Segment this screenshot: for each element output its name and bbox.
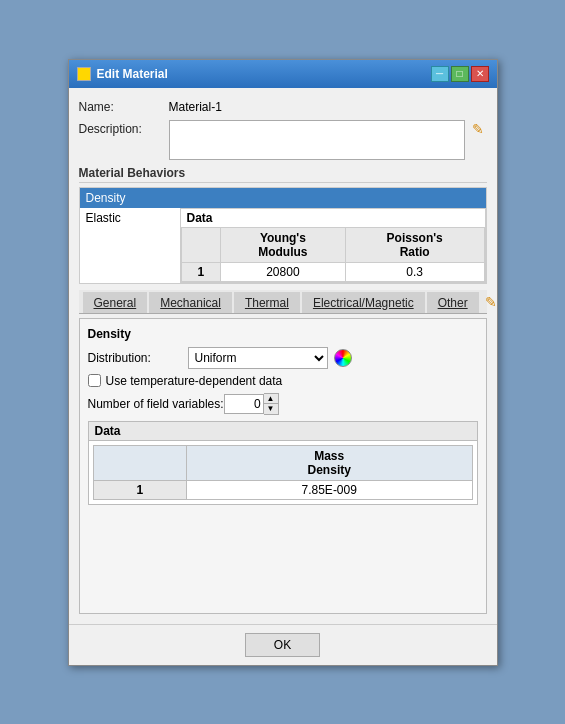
- field-vars-row: Number of field variables: 0 ▲ ▼: [88, 393, 478, 415]
- close-button[interactable]: ✕: [471, 66, 489, 82]
- density-col-num: [93, 445, 186, 480]
- density-section: Density Distribution: Uniform Analytical…: [79, 318, 487, 614]
- col-num: [181, 227, 220, 262]
- field-vars-label: Number of field variables:: [88, 397, 224, 411]
- description-label: Description:: [79, 120, 169, 136]
- tab-thermal[interactable]: Thermal: [234, 292, 300, 313]
- window-title: Edit Material: [97, 67, 168, 81]
- elastic-data-table: Young'sModulus Poisson'sRatio 1 20800 0.…: [181, 227, 485, 282]
- colorwheel-icon[interactable]: [334, 349, 352, 367]
- name-value: Material-1: [169, 98, 222, 114]
- tabs-edit-icon[interactable]: ✎: [481, 292, 501, 312]
- field-vars-input[interactable]: 0: [224, 394, 264, 414]
- tab-other[interactable]: Other: [427, 292, 479, 313]
- title-bar-controls: ─ □ ✕: [431, 66, 489, 82]
- behaviors-panel: Density Elastic Data Young'sModulus Pois…: [79, 187, 487, 284]
- tabs-bar: General Mechanical Thermal Electrical/Ma…: [79, 290, 487, 314]
- distribution-dropdown[interactable]: Uniform Analytical Field Discrete Field: [188, 347, 328, 369]
- spin-up-button[interactable]: ▲: [264, 394, 278, 404]
- col-poisson: Poisson'sRatio: [345, 227, 484, 262]
- distribution-label: Distribution:: [88, 351, 188, 365]
- density-value[interactable]: 7.85E-009: [186, 480, 472, 499]
- temp-dependent-checkbox[interactable]: [88, 374, 101, 387]
- density-col-mass: MassDensity: [186, 445, 472, 480]
- material-behaviors-header: Material Behaviors: [79, 166, 487, 183]
- distribution-row: Distribution: Uniform Analytical Field D…: [88, 347, 478, 369]
- behavior-density[interactable]: Density: [80, 188, 486, 208]
- elastic-data-header: Data: [181, 209, 485, 227]
- density-row-num: 1: [93, 480, 186, 499]
- description-input[interactable]: [169, 120, 465, 160]
- behavior-elastic-row: Elastic Data Young'sModulus Poisson'sRat…: [80, 208, 486, 283]
- tab-general[interactable]: General: [83, 292, 148, 313]
- density-data-section: Data MassDensity 1 7.85E-009: [88, 421, 478, 505]
- row-number: 1: [181, 262, 220, 281]
- temp-dependent-label: Use temperature-dependent data: [106, 374, 283, 388]
- youngs-value: 20800: [220, 262, 345, 281]
- minimize-button[interactable]: ─: [431, 66, 449, 82]
- title-bar-left: Edit Material: [77, 67, 168, 81]
- spin-down-button[interactable]: ▼: [264, 404, 278, 414]
- poisson-value: 0.3: [345, 262, 484, 281]
- field-vars-spinner: ▲ ▼: [264, 393, 279, 415]
- name-label: Name:: [79, 98, 169, 114]
- name-field-row: Name: Material-1: [79, 98, 487, 114]
- description-field-row: Description: ✎: [79, 120, 487, 160]
- density-data-header: Data: [89, 422, 477, 441]
- title-bar: Edit Material ─ □ ✕: [69, 60, 497, 88]
- density-data-inner: MassDensity 1 7.85E-009: [89, 441, 477, 504]
- behavior-elastic[interactable]: Elastic: [80, 208, 180, 228]
- density-data-table: MassDensity 1 7.85E-009: [93, 445, 473, 500]
- tab-mechanical[interactable]: Mechanical: [149, 292, 232, 313]
- maximize-button[interactable]: □: [451, 66, 469, 82]
- col-youngs: Young'sModulus: [220, 227, 345, 262]
- edit-material-window: Edit Material ─ □ ✕ Name: Material-1 Des…: [68, 59, 498, 666]
- ok-button[interactable]: OK: [245, 633, 320, 657]
- dialog-content: Name: Material-1 Description: ✎ Material…: [69, 88, 497, 624]
- density-panel-title: Density: [88, 327, 478, 341]
- table-row: 1 20800 0.3: [181, 262, 484, 281]
- distribution-wrapper: Uniform Analytical Field Discrete Field: [188, 347, 352, 369]
- temp-dependent-row: Use temperature-dependent data: [88, 374, 478, 388]
- window-icon: [77, 67, 91, 81]
- description-edit-icon[interactable]: ✎: [469, 120, 487, 138]
- table-row: 1 7.85E-009: [93, 480, 472, 499]
- tab-electrical-magnetic[interactable]: Electrical/Magnetic: [302, 292, 425, 313]
- empty-area: [88, 505, 478, 605]
- footer-bar: OK: [69, 624, 497, 665]
- elastic-data-container: Data Young'sModulus Poisson'sRatio 1: [180, 208, 486, 283]
- field-vars-wrapper: 0 ▲ ▼: [224, 393, 279, 415]
